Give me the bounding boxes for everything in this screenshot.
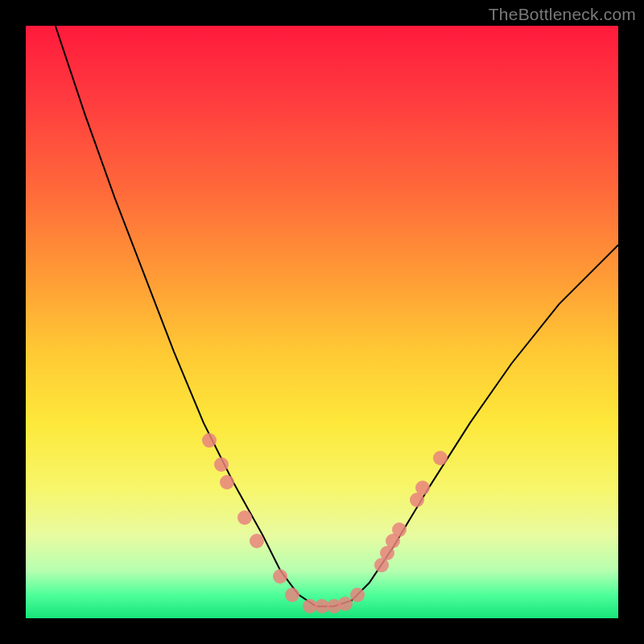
data-marker bbox=[285, 588, 299, 602]
plot-area bbox=[26, 26, 618, 618]
curve-svg bbox=[26, 26, 618, 618]
data-marker bbox=[202, 433, 217, 448]
data-marker bbox=[250, 534, 264, 548]
data-marker bbox=[350, 588, 365, 602]
data-marker bbox=[415, 481, 430, 495]
data-marker bbox=[220, 475, 234, 489]
data-marker bbox=[237, 510, 252, 525]
chart-frame: TheBottleneck.com bbox=[0, 0, 644, 644]
watermark-text: TheBottleneck.com bbox=[489, 5, 636, 24]
data-marker bbox=[214, 457, 229, 472]
data-marker bbox=[273, 569, 287, 584]
data-marker bbox=[392, 522, 407, 537]
bottleneck-curve bbox=[56, 26, 618, 606]
data-marker bbox=[433, 451, 448, 465]
